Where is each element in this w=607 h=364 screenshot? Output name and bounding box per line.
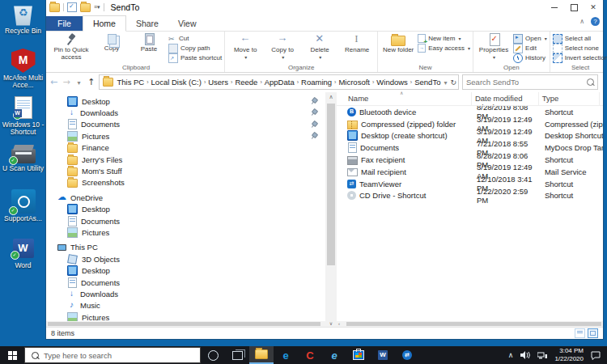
nav-item-onedrive[interactable]: OneDrive xyxy=(46,192,325,203)
nav-item-documents[interactable]: Documents xyxy=(46,119,325,130)
breadcrumb-sendto[interactable]: SendTo xyxy=(413,78,442,87)
file-row-teamviewer[interactable]: TeamViewer12/10/2018 3:41 PMShortcut xyxy=(337,178,603,190)
breadcrumb-windows[interactable]: Windows xyxy=(375,78,410,87)
new-item-button[interactable]: New item xyxy=(418,34,470,43)
pin-to-quick-access-button[interactable]: Pin to Quick access xyxy=(50,32,92,61)
recent-locations-chevron-icon[interactable] xyxy=(74,77,83,87)
tab-home[interactable]: Home xyxy=(83,15,126,32)
show-hidden-icons-chevron[interactable] xyxy=(508,351,514,359)
qat-new-folder-icon[interactable] xyxy=(80,3,91,12)
taskbar-icon-word[interactable] xyxy=(371,346,395,364)
nav-item-screenshots[interactable]: Screenshots xyxy=(46,177,325,188)
breadcrumb-this-pc[interactable]: This PC xyxy=(115,78,146,87)
properties-button[interactable]: Properties xyxy=(476,32,511,60)
delete-button[interactable]: Delete xyxy=(302,32,337,60)
copy-to-button[interactable]: Copy to xyxy=(265,32,300,60)
taskbar-icon-internet-explorer[interactable] xyxy=(322,346,346,364)
select-all-button[interactable]: Select all xyxy=(553,34,607,43)
maximize-button[interactable] xyxy=(564,0,584,15)
minimize-button[interactable] xyxy=(545,0,564,15)
refresh-icon[interactable] xyxy=(450,78,456,87)
tab-share[interactable]: Share xyxy=(126,16,168,31)
details-view-icon[interactable] xyxy=(575,328,585,338)
nav-item-jerry-s-files[interactable]: Jerry's Files xyxy=(46,154,325,165)
history-button[interactable]: History xyxy=(513,53,547,62)
up-icon[interactable] xyxy=(87,77,96,87)
address-dropdown-chevron-icon[interactable] xyxy=(444,78,447,87)
taskbar-icon-file-explorer[interactable] xyxy=(249,346,274,364)
scroll-down-icon[interactable] xyxy=(325,321,337,327)
nav-item-documents[interactable]: Documents xyxy=(46,277,325,288)
desktop-icon-mcafee-multi-acce[interactable]: McAfee Multi Acce... xyxy=(0,49,46,95)
desktop-icon-word[interactable]: Word xyxy=(0,236,46,283)
desktop-icon-recycle-bin[interactable]: Recycle Bin xyxy=(0,2,46,49)
nav-item-documents[interactable]: Documents xyxy=(46,215,325,226)
qat-customize-chevron[interactable] xyxy=(94,4,100,11)
nav-item-desktop[interactable]: Desktop xyxy=(46,265,325,276)
nav-item-desktop[interactable]: Desktop xyxy=(46,204,325,215)
nav-item-finance[interactable]: Finance xyxy=(46,142,325,154)
file-row-mail-recipient[interactable]: Mail recipient3/19/2019 12:49 AMMail Ser… xyxy=(337,166,603,178)
forward-icon[interactable] xyxy=(62,77,70,87)
nav-item-3d-objects[interactable]: 3D Objects xyxy=(46,253,325,265)
column-header-type[interactable]: Type xyxy=(539,92,600,105)
move-to-button[interactable]: Move to xyxy=(227,32,263,60)
file-row-documents[interactable]: Documents7/21/2018 8:55 PMMyDocs Drop Ta… xyxy=(337,142,603,154)
taskbar-search-box[interactable]: Type here to search xyxy=(24,347,201,363)
nav-item-downloads[interactable]: Downloads xyxy=(46,288,325,299)
taskbar-icon-task-view[interactable] xyxy=(225,346,249,364)
breadcrumb-local-disk-c[interactable]: Local Disk (C:) xyxy=(150,78,203,87)
help-icon[interactable] xyxy=(591,17,600,26)
paste-button[interactable]: Paste xyxy=(131,32,167,53)
file-row-fax-recipient[interactable]: Fax recipient8/28/2019 8:06 PMShortcut xyxy=(337,154,603,166)
clock[interactable]: 3:04 PM 1/22/2020 xyxy=(554,347,584,363)
back-icon[interactable] xyxy=(49,77,58,87)
nav-item-desktop[interactable]: Desktop xyxy=(46,95,325,107)
select-none-button[interactable]: Select none xyxy=(553,44,607,53)
open-button[interactable]: Open xyxy=(513,34,547,43)
nav-item-this-pc[interactable]: This PC xyxy=(46,242,325,253)
tab-view[interactable]: View xyxy=(168,16,206,31)
nav-item-pictures[interactable]: Pictures xyxy=(46,130,325,142)
copy-path-button[interactable]: Copy path xyxy=(168,44,222,53)
new-folder-button[interactable]: New folder xyxy=(380,32,416,54)
action-center-icon[interactable] xyxy=(591,351,601,360)
easy-access-button[interactable]: Easy access xyxy=(418,44,470,53)
nav-item-music[interactable]: Music xyxy=(46,300,325,311)
column-header-size[interactable]: Size xyxy=(600,92,603,105)
invert-selection-button[interactable]: Invert selection xyxy=(553,53,607,62)
nav-item-downloads[interactable]: Downloads xyxy=(46,107,325,118)
scroll-left-icon[interactable] xyxy=(338,321,340,327)
file-row-cd-drive-shortcut[interactable]: CD Drive - Shortcut1/22/2020 2:59 PMShor… xyxy=(337,190,603,202)
collapse-ribbon-icon[interactable] xyxy=(579,18,584,25)
rename-button[interactable]: Rename xyxy=(339,32,375,54)
scrollbar-thumb[interactable] xyxy=(327,104,335,265)
network-icon[interactable] xyxy=(537,351,547,359)
breadcrumb-reede[interactable]: Reede xyxy=(233,78,259,87)
cut-button[interactable]: Cut xyxy=(168,34,222,43)
files-horizontal-scrollbar[interactable] xyxy=(337,321,603,327)
large-icons-view-icon[interactable] xyxy=(588,328,598,338)
address-box[interactable]: This PCLocal Disk (C:)UsersReedeAppDataR… xyxy=(99,74,459,90)
column-header-date-modified[interactable]: Date modified xyxy=(472,92,539,105)
qat-properties-icon[interactable] xyxy=(67,2,77,12)
taskbar-icon-edge[interactable] xyxy=(274,346,298,364)
taskbar-icon-ccleaner[interactable] xyxy=(298,346,322,364)
paste-shortcut-button[interactable]: Paste shortcut xyxy=(168,53,222,62)
breadcrumb-microsoft[interactable]: Microsoft xyxy=(337,78,371,87)
nav-horizontal-scrollbar[interactable] xyxy=(46,321,325,327)
desktop-icon-u-scan-utility[interactable]: U Scan Utility xyxy=(0,142,46,189)
desktop-icon-windows-10-shortcut[interactable]: Windows 10 - Shortcut xyxy=(0,95,46,142)
volume-icon[interactable] xyxy=(520,351,530,359)
breadcrumb-appdata[interactable]: AppData xyxy=(263,78,296,87)
start-button[interactable] xyxy=(0,346,24,364)
scroll-up-icon[interactable] xyxy=(329,92,333,102)
file-row-desktop-create-shortcut[interactable]: Desktop (create shortcut)3/19/2019 12:49… xyxy=(337,130,603,142)
desktop-icon-supportas[interactable]: SupportAs... xyxy=(0,189,46,236)
tab-file[interactable]: File xyxy=(46,16,83,31)
file-row-compressed-zipped-folder[interactable]: Compressed (zipped) folder3/19/2019 12:4… xyxy=(337,118,603,130)
nav-item-mom-s-stuff[interactable]: Mom's Stuff xyxy=(46,165,325,176)
column-header-name[interactable]: Name xyxy=(337,92,472,105)
taskbar-icon-teamviewer[interactable] xyxy=(395,346,419,364)
nav-vertical-scrollbar[interactable] xyxy=(325,92,337,321)
